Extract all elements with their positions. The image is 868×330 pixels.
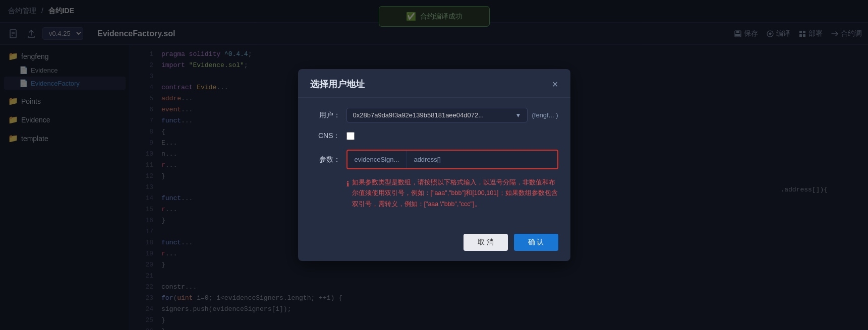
user-name-badge: (fengf... ) — [532, 111, 558, 119]
param-input-right[interactable]: address[] — [407, 151, 557, 168]
user-address-value: 0x28b7a9da9f3a92e139b58181aee04d072... — [353, 111, 484, 119]
modal-overlay[interactable]: 选择用户地址 × 用户： 0x28b7a9da9f3a92e139b58181a… — [0, 0, 868, 330]
user-label: 用户： — [310, 111, 340, 120]
cns-label: CNS： — [310, 131, 340, 141]
modal-close-button[interactable]: × — [552, 79, 558, 90]
modal-header: 选择用户地址 × — [298, 69, 570, 98]
user-select-wrap: 0x28b7a9da9f3a92e139b58181aee04d072... ▼… — [346, 108, 558, 122]
param-label: 参数： — [310, 155, 340, 164]
confirm-button[interactable]: 确 认 — [514, 234, 558, 251]
modal-title: 选择用户地址 — [310, 78, 365, 90]
info-icon: ℹ — [346, 178, 349, 210]
user-address-select[interactable]: 0x28b7a9da9f3a92e139b58181aee04d072... ▼ — [346, 108, 528, 122]
modal-footer: 取 消 确 认 — [298, 228, 570, 261]
chevron-down-icon: ▼ — [515, 112, 522, 119]
help-text: 如果参数类型是数组，请按照以下格式输入，以逗号分隔，非数值和布尔值须使用双引号，… — [352, 177, 558, 210]
param-row: 参数： evidenceSign... address[] — [310, 150, 558, 169]
user-row: 用户： 0x28b7a9da9f3a92e139b58181aee04d072.… — [310, 108, 558, 122]
cns-checkbox[interactable] — [346, 132, 355, 140]
cns-row: CNS： — [310, 131, 558, 141]
param-input-left[interactable]: evidenceSign... — [348, 151, 407, 168]
help-box: ℹ 如果参数类型是数组，请按照以下格式输入，以逗号分隔，非数值和布尔值须使用双引… — [310, 177, 558, 218]
modal-body: 用户： 0x28b7a9da9f3a92e139b58181aee04d072.… — [298, 98, 570, 228]
modal-dialog: 选择用户地址 × 用户： 0x28b7a9da9f3a92e139b58181a… — [298, 69, 570, 261]
cancel-button[interactable]: 取 消 — [464, 234, 508, 251]
param-input-box: evidenceSign... address[] — [346, 150, 558, 169]
